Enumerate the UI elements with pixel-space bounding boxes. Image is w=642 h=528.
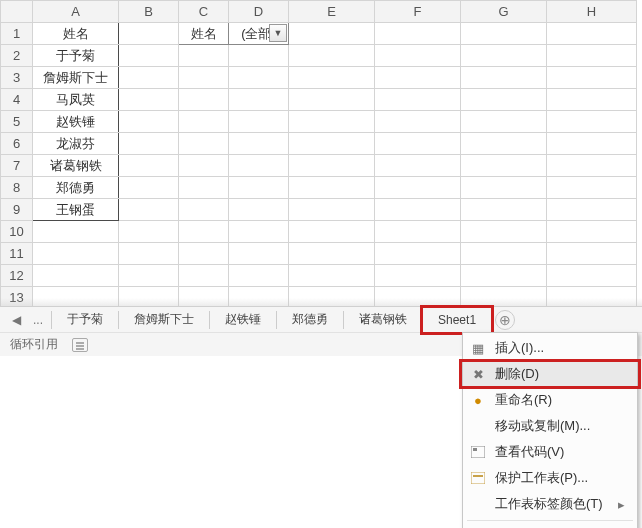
row-header-8[interactable]: 8: [1, 177, 33, 199]
cell-G1[interactable]: [461, 23, 547, 45]
tab-separator: [51, 311, 52, 329]
row-header-10[interactable]: 10: [1, 221, 33, 243]
sheet-tab-0[interactable]: 于予菊: [54, 307, 116, 332]
col-header-E[interactable]: E: [289, 1, 375, 23]
cell-F1[interactable]: [375, 23, 461, 45]
delete-icon: ✖: [469, 367, 487, 382]
cell-A9[interactable]: 王钢蛋: [33, 199, 119, 221]
col-header-D[interactable]: D: [229, 1, 289, 23]
row-header-6[interactable]: 6: [1, 133, 33, 155]
row-header-7[interactable]: 7: [1, 155, 33, 177]
svg-rect-2: [471, 472, 485, 484]
cell-B1[interactable]: [119, 23, 179, 45]
select-all-corner[interactable]: [1, 1, 33, 23]
code-icon: [469, 446, 487, 458]
cells-table[interactable]: A B C D E F G H 1 姓名 姓名 (全部) ▼ 2 于予菊 3 詹…: [0, 0, 637, 306]
row-header-13[interactable]: 13: [1, 287, 33, 307]
ctx-protect-sheet[interactable]: 保护工作表(P)...: [463, 465, 637, 491]
row-header-12[interactable]: 12: [1, 265, 33, 287]
pivot-filter-dropdown-button[interactable]: ▼: [269, 24, 287, 42]
protect-icon: [469, 472, 487, 484]
sheet-tab-context-menu: ▦ 插入(I)... ✖ 删除(D) ● 重命名(R) 移动或复制(M)... …: [462, 332, 638, 528]
row-header-3[interactable]: 3: [1, 67, 33, 89]
row-header-5[interactable]: 5: [1, 111, 33, 133]
insert-icon: ▦: [469, 341, 487, 356]
row-header-9[interactable]: 9: [1, 199, 33, 221]
sheet-tab-4[interactable]: 诸葛钢铁: [346, 307, 420, 332]
cell-A2[interactable]: 于予菊: [33, 45, 119, 67]
col-header-A[interactable]: A: [33, 1, 119, 23]
svg-rect-1: [473, 448, 477, 451]
ctx-tab-color[interactable]: 工作表标签颜色(T) ▸: [463, 491, 637, 517]
row-header-4[interactable]: 4: [1, 89, 33, 111]
row-header-11[interactable]: 11: [1, 243, 33, 265]
submenu-arrow-icon: ▸: [618, 497, 625, 512]
ctx-view-code[interactable]: 查看代码(V): [463, 439, 637, 465]
tab-overflow-button[interactable]: ...: [27, 313, 49, 327]
cell-A5[interactable]: 赵铁锤: [33, 111, 119, 133]
chevron-down-icon: ▼: [274, 28, 283, 38]
ctx-hide[interactable]: 隐藏(H): [463, 524, 637, 528]
col-header-C[interactable]: C: [179, 1, 229, 23]
tab-nav-prev-icon[interactable]: ◀: [6, 313, 27, 327]
sheet-tab-2[interactable]: 赵铁锤: [212, 307, 274, 332]
col-header-B[interactable]: B: [119, 1, 179, 23]
cell-A6[interactable]: 龙淑芬: [33, 133, 119, 155]
col-header-H[interactable]: H: [547, 1, 637, 23]
svg-rect-3: [473, 475, 483, 477]
cell-A1[interactable]: 姓名: [33, 23, 119, 45]
ctx-delete[interactable]: ✖ 删除(D): [463, 361, 637, 387]
macro-record-icon[interactable]: [72, 338, 88, 352]
cell-C1-pivot-field[interactable]: 姓名: [179, 23, 229, 45]
sheet-tab-3[interactable]: 郑德勇: [279, 307, 341, 332]
col-header-G[interactable]: G: [461, 1, 547, 23]
column-header-row: A B C D E F G H: [1, 1, 637, 23]
ctx-move-copy[interactable]: 移动或复制(M)...: [463, 413, 637, 439]
plus-icon: ⊕: [499, 312, 511, 328]
row-header-1[interactable]: 1: [1, 23, 33, 45]
cell-A4[interactable]: 马凤英: [33, 89, 119, 111]
sheet-tab-strip: ◀ ... 于予菊 詹姆斯下士 赵铁锤 郑德勇 诸葛钢铁 Sheet1 ⊕: [0, 306, 642, 332]
ctx-insert[interactable]: ▦ 插入(I)...: [463, 335, 637, 361]
svg-rect-0: [471, 446, 485, 458]
ctx-separator: [467, 520, 633, 521]
sheet-tab-1[interactable]: 詹姆斯下士: [121, 307, 207, 332]
cell-D1-pivot-filter[interactable]: (全部) ▼: [229, 23, 289, 45]
worksheet-grid[interactable]: A B C D E F G H 1 姓名 姓名 (全部) ▼ 2 于予菊 3 詹…: [0, 0, 642, 306]
rename-icon: ●: [469, 393, 487, 408]
row-header-2[interactable]: 2: [1, 45, 33, 67]
new-sheet-button[interactable]: ⊕: [495, 310, 515, 330]
row-1: 1 姓名 姓名 (全部) ▼: [1, 23, 637, 45]
cell-A3[interactable]: 詹姆斯下士: [33, 67, 119, 89]
sheet-tab-sheet1[interactable]: Sheet1: [425, 309, 489, 331]
cell-H1[interactable]: [547, 23, 637, 45]
ctx-rename[interactable]: ● 重命名(R): [463, 387, 637, 413]
status-mode-label: 循环引用: [10, 336, 58, 353]
col-header-F[interactable]: F: [375, 1, 461, 23]
cell-E1[interactable]: [289, 23, 375, 45]
cell-A7[interactable]: 诸葛钢铁: [33, 155, 119, 177]
cell-A8[interactable]: 郑德勇: [33, 177, 119, 199]
